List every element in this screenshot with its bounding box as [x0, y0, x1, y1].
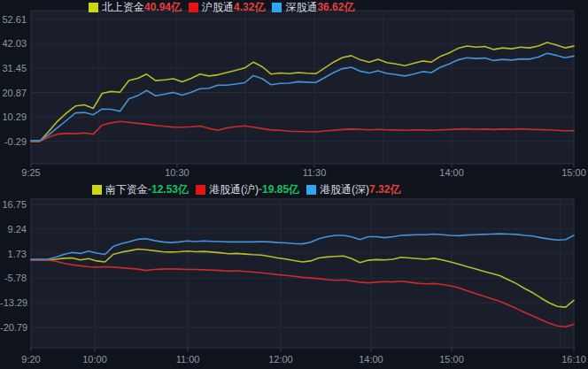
- x-axis-label: 15:00: [439, 354, 464, 365]
- x-axis-label: 15:00: [561, 167, 586, 178]
- legend-swatch-icon: [306, 185, 316, 195]
- legend-swatch-icon: [189, 3, 198, 12]
- x-axis-label: 9:20: [21, 354, 40, 365]
- northbound-legend: 北上资金40.94亿沪股通4.32亿深股通36.62亿: [89, 2, 354, 13]
- legend-label: 深股通: [285, 2, 317, 13]
- legend-label: 沪股通: [202, 2, 234, 13]
- y-axis-label: 20.87: [0, 88, 27, 98]
- y-axis-label: 10.29: [0, 111, 27, 122]
- y-axis-label: 9.24: [0, 224, 27, 234]
- x-axis-label: 14:00: [439, 167, 464, 178]
- y-axis-label: -13.29: [0, 297, 27, 308]
- legend-label: 南下资金: [105, 184, 148, 196]
- y-axis-label: -20.79: [0, 322, 27, 333]
- legend-label: 北上资金: [102, 2, 144, 13]
- legend-item[interactable]: 港股通(深)7.32亿: [306, 184, 400, 196]
- x-axis-label: 10:30: [165, 167, 190, 178]
- x-axis-label: 12:00: [268, 354, 293, 365]
- legend-swatch-icon: [89, 3, 98, 12]
- legend-value: 36.62亿: [317, 2, 354, 13]
- legend-label: 港股通(深): [320, 184, 369, 196]
- legend-item[interactable]: 港股通(沪)-19.85亿: [196, 184, 299, 196]
- legend-swatch-icon: [92, 185, 102, 195]
- legend-item[interactable]: 深股通36.62亿: [272, 2, 354, 13]
- legend-value: 4.32亿: [234, 2, 265, 13]
- x-axis-label: 16:10: [561, 354, 586, 365]
- y-axis-label: 42.03: [0, 38, 27, 49]
- y-axis-label: 31.45: [0, 63, 27, 73]
- x-axis-label: 9:25: [21, 167, 40, 178]
- y-axis-label: 52.61: [0, 14, 27, 25]
- northbound-chart-panel: 北上资金40.94亿沪股通4.32亿深股通36.62亿 52.6142.0331…: [0, 0, 588, 181]
- y-axis-label: 16.75: [0, 199, 27, 210]
- northbound-chart-plot[interactable]: [0, 0, 588, 181]
- legend-item[interactable]: 北上资金40.94亿: [89, 2, 182, 13]
- x-axis-label: 11:00: [176, 354, 200, 365]
- x-axis-label: 11:30: [303, 167, 327, 178]
- y-axis-label: 1.73: [0, 249, 27, 259]
- legend-swatch-icon: [272, 3, 282, 12]
- southbound-chart-plot[interactable]: [0, 181, 588, 369]
- legend-item[interactable]: 南下资金-12.53亿: [92, 184, 189, 196]
- legend-label: 港股通(沪): [209, 184, 259, 196]
- y-axis-label: -0.29: [0, 136, 27, 147]
- southbound-chart-panel: 南下资金-12.53亿港股通(沪)-19.85亿港股通(深)7.32亿 16.7…: [0, 181, 588, 369]
- x-axis-label: 10:00: [82, 354, 107, 365]
- legend-swatch-icon: [196, 185, 205, 195]
- y-axis-label: -5.78: [0, 273, 27, 283]
- legend-value: 7.32亿: [369, 184, 400, 196]
- plot-area: [31, 11, 574, 164]
- legend-value: -19.85亿: [259, 184, 299, 196]
- legend-value: -12.53亿: [148, 184, 189, 196]
- capital-flow-dashboard: { "theme": { "page_bg": "#0f131b", "plot…: [0, 0, 588, 369]
- legend-value: 40.94亿: [144, 2, 182, 13]
- southbound-legend: 南下资金-12.53亿港股通(沪)-19.85亿港股通(深)7.32亿: [92, 184, 400, 196]
- legend-item[interactable]: 沪股通4.32亿: [189, 2, 265, 13]
- x-axis-label: 14:00: [359, 354, 383, 365]
